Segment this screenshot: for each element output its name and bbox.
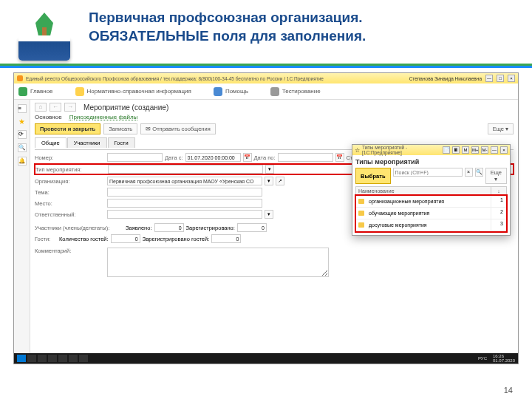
top-nav: Главное Нормативно-справочная информация… (14, 83, 518, 100)
popup-search-input[interactable] (393, 168, 463, 177)
nav-home-button[interactable]: ⌂ (35, 103, 47, 112)
popup-heading: Типы мероприятий (355, 158, 507, 166)
label-type: Тип мероприятия: (35, 166, 106, 173)
taskbar-app[interactable] (69, 355, 78, 362)
help-icon (214, 87, 222, 96)
windows-taskbar: РУС 16:2601.07.2020 (14, 353, 518, 364)
nav-main[interactable]: Главное (18, 87, 53, 96)
label-place: Место: (35, 200, 105, 207)
popup-tool-button[interactable]: 📄 (443, 146, 450, 154)
table-row[interactable]: досуговые мероприятия 3 (356, 219, 506, 231)
divider (0, 64, 532, 68)
label-date-from: Дата с: (165, 154, 183, 161)
taskbar-app[interactable] (58, 355, 67, 362)
minimize-button[interactable]: — (485, 75, 493, 82)
event-type-field[interactable] (108, 165, 263, 174)
tab-files[interactable]: Присоединенные файлы (69, 114, 138, 120)
date-to-field[interactable] (278, 153, 333, 162)
table-row[interactable]: обучающие мероприятия 2 (356, 208, 506, 219)
nav-testing[interactable]: Тестирование (270, 87, 321, 96)
tab-participants[interactable]: Участники (67, 137, 107, 148)
tab-general[interactable]: Общие (35, 137, 66, 148)
nav-forward-button[interactable]: → (64, 103, 76, 112)
dropdown-icon[interactable]: ▾ (265, 210, 273, 219)
guest-count-field[interactable] (111, 234, 140, 243)
label-participants: Участники (члены/делегаты): (35, 225, 123, 231)
menu-icon[interactable]: ≡ (18, 104, 27, 113)
types-table: Наименование ↓ организационные мероприят… (355, 186, 507, 232)
label-guest-registered: Зарегистрировано гостей: (143, 236, 210, 242)
dropdown-icon[interactable]: ▾ (265, 177, 273, 185)
comment-field[interactable] (107, 248, 329, 277)
label-date-to: Дата по: (254, 154, 276, 161)
star-icon[interactable]: ★ (18, 117, 25, 126)
app-title: Единый реестр Общероссийского Профсоюза … (26, 76, 406, 81)
close-button[interactable]: × (508, 75, 515, 82)
col-index[interactable]: ↓ (491, 187, 506, 195)
nav-back-button[interactable]: ← (50, 103, 61, 112)
popup-close-button[interactable]: × (500, 146, 508, 154)
app-titlebar: Единый реестр Общероссийского Профсоюза … (14, 73, 518, 83)
org-logo (15, 9, 81, 61)
declared-field[interactable] (154, 223, 184, 232)
send-button[interactable]: ✉ Отправить сообщения (140, 123, 215, 134)
folder-icon (358, 211, 364, 216)
history-icon[interactable]: ⟳ (18, 130, 27, 139)
app-window: Единый реестр Общероссийского Профсоюза … (13, 72, 519, 364)
save-close-button[interactable]: Провести и закрыть (35, 123, 100, 134)
label-guests: Гости: (35, 236, 57, 242)
folder-icon (358, 199, 364, 204)
place-field[interactable] (107, 199, 262, 208)
content-area: ⌂ ← → Мероприятие (создание) Основное Пр… (30, 100, 518, 353)
open-icon[interactable]: ↗ (276, 177, 284, 185)
label-number: Номер: (35, 154, 105, 161)
col-name[interactable]: Наименование (356, 187, 491, 195)
taskbar-app[interactable] (79, 355, 88, 362)
label-guest-count: Количество гостей: (59, 236, 109, 242)
more-button[interactable]: Еще ▾ (488, 123, 514, 134)
taskbar-app[interactable] (27, 355, 36, 362)
bell-icon[interactable]: 🔔 (18, 157, 27, 166)
tab-main[interactable]: Основное (35, 114, 62, 120)
popup-min-button[interactable]: — (491, 146, 498, 154)
dropdown-icon[interactable]: ▾ (265, 165, 274, 174)
popup-tool-button[interactable]: M (462, 146, 469, 154)
user-name: Степанова Зинаида Николаевна (409, 76, 482, 81)
sun-icon (75, 87, 84, 96)
search-icon[interactable]: 🔍 (18, 143, 27, 152)
registered-field[interactable] (237, 223, 267, 232)
guest-registered-field[interactable] (211, 234, 241, 243)
nav-help[interactable]: Помощь (214, 87, 248, 96)
table-row[interactable]: организационные мероприятия 1 (356, 196, 506, 208)
calendar-icon[interactable]: 📅 (335, 153, 344, 162)
select-button[interactable]: Выбрать (355, 168, 391, 184)
tab-guests[interactable]: Гости (108, 137, 135, 148)
responsible-field[interactable] (107, 210, 262, 219)
slide-title: Первичная профсоюзная организация. ОБЯЗА… (89, 9, 517, 45)
date-from-field[interactable] (185, 153, 241, 162)
popup-more-button[interactable]: Еще ▾ (485, 168, 507, 184)
popup-tool-button[interactable]: M- (481, 146, 488, 154)
taskbar-app[interactable] (38, 355, 47, 362)
start-button[interactable] (17, 355, 26, 362)
popup-tool-button[interactable]: 🖩 (452, 146, 460, 154)
page-number: 14 (504, 386, 513, 395)
search-go-icon[interactable]: 🔍 (475, 168, 483, 177)
popup-tool-button[interactable]: M+ (471, 146, 479, 154)
label-registered: Зарегистрировано: (186, 225, 235, 231)
org-field[interactable] (107, 177, 262, 185)
tray-lang[interactable]: РУС (478, 356, 487, 361)
write-button[interactable]: Записать (103, 123, 137, 134)
popup-icon: ☆ (355, 147, 360, 154)
label-declared: Заявлено: (126, 225, 152, 231)
maximize-button[interactable]: □ (497, 75, 504, 82)
number-field[interactable] (107, 153, 163, 162)
taskbar-app[interactable] (48, 355, 57, 362)
tray-time[interactable]: 16:2601.07.2020 (493, 354, 515, 363)
search-icon[interactable]: × (465, 168, 473, 177)
label-org: Организация: (35, 178, 105, 185)
label-theme: Тема: (35, 189, 105, 196)
calendar-icon[interactable]: 📅 (243, 153, 252, 162)
theme-field[interactable] (107, 188, 262, 197)
nav-reference[interactable]: Нормативно-справочная информация (75, 87, 191, 96)
